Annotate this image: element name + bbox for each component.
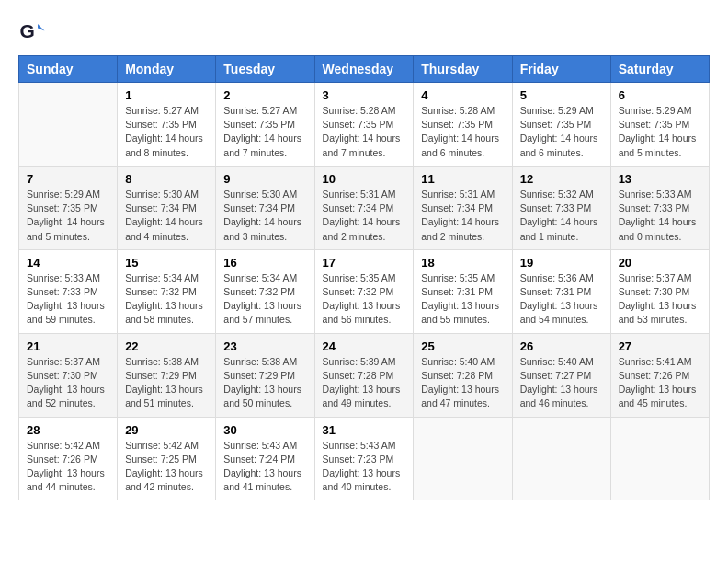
day-info: Sunrise: 5:30 AM Sunset: 7:34 PM Dayligh… <box>223 188 306 244</box>
day-number: 15 <box>125 256 208 270</box>
svg-text:G: G <box>20 20 35 41</box>
calendar-cell: 9Sunrise: 5:30 AM Sunset: 7:34 PM Daylig… <box>216 166 314 249</box>
calendar-cell: 31Sunrise: 5:43 AM Sunset: 7:23 PM Dayli… <box>314 417 414 500</box>
day-info: Sunrise: 5:34 AM Sunset: 7:32 PM Dayligh… <box>125 271 208 327</box>
weekday-header: Wednesday <box>314 56 414 83</box>
calendar-header-row: SundayMondayTuesdayWednesdayThursdayFrid… <box>19 56 710 83</box>
day-number: 1 <box>125 88 208 102</box>
calendar-cell: 4Sunrise: 5:28 AM Sunset: 7:35 PM Daylig… <box>414 83 512 167</box>
calendar-cell: 19Sunrise: 5:36 AM Sunset: 7:31 PM Dayli… <box>512 249 610 333</box>
calendar-cell: 20Sunrise: 5:37 AM Sunset: 7:30 PM Dayli… <box>610 249 709 333</box>
day-info: Sunrise: 5:40 AM Sunset: 7:27 PM Dayligh… <box>520 355 603 411</box>
calendar-cell: 10Sunrise: 5:31 AM Sunset: 7:34 PM Dayli… <box>314 166 414 249</box>
day-number: 30 <box>223 423 306 437</box>
calendar-week-row: 21Sunrise: 5:37 AM Sunset: 7:30 PM Dayli… <box>19 333 710 417</box>
weekday-header: Thursday <box>414 56 512 83</box>
day-info: Sunrise: 5:31 AM Sunset: 7:34 PM Dayligh… <box>323 188 406 244</box>
day-number: 4 <box>421 88 504 102</box>
day-number: 31 <box>323 423 406 437</box>
day-number: 24 <box>323 339 406 353</box>
day-info: Sunrise: 5:42 AM Sunset: 7:26 PM Dayligh… <box>27 439 109 495</box>
day-info: Sunrise: 5:41 AM Sunset: 7:26 PM Dayligh… <box>619 355 701 411</box>
calendar-cell: 11Sunrise: 5:31 AM Sunset: 7:34 PM Dayli… <box>414 166 512 249</box>
day-number: 17 <box>323 256 406 270</box>
day-number: 20 <box>619 256 701 270</box>
day-number: 28 <box>27 423 109 437</box>
calendar-cell: 1Sunrise: 5:27 AM Sunset: 7:35 PM Daylig… <box>118 83 216 167</box>
day-number: 29 <box>125 423 208 437</box>
day-number: 12 <box>520 172 603 186</box>
calendar-cell: 18Sunrise: 5:35 AM Sunset: 7:31 PM Dayli… <box>414 249 512 333</box>
day-info: Sunrise: 5:40 AM Sunset: 7:28 PM Dayligh… <box>421 355 504 411</box>
calendar-cell: 24Sunrise: 5:39 AM Sunset: 7:28 PM Dayli… <box>314 333 414 417</box>
day-number: 16 <box>223 256 306 270</box>
calendar-cell: 3Sunrise: 5:28 AM Sunset: 7:35 PM Daylig… <box>314 83 414 167</box>
day-info: Sunrise: 5:35 AM Sunset: 7:31 PM Dayligh… <box>421 271 504 327</box>
day-info: Sunrise: 5:29 AM Sunset: 7:35 PM Dayligh… <box>520 104 603 160</box>
day-info: Sunrise: 5:35 AM Sunset: 7:32 PM Dayligh… <box>323 271 406 327</box>
calendar-cell: 14Sunrise: 5:33 AM Sunset: 7:33 PM Dayli… <box>19 249 118 333</box>
calendar-cell: 12Sunrise: 5:32 AM Sunset: 7:33 PM Dayli… <box>512 166 610 249</box>
calendar-week-row: 28Sunrise: 5:42 AM Sunset: 7:26 PM Dayli… <box>19 417 710 500</box>
day-number: 5 <box>520 88 603 102</box>
day-info: Sunrise: 5:36 AM Sunset: 7:31 PM Dayligh… <box>520 271 603 327</box>
weekday-header: Sunday <box>19 56 118 83</box>
calendar-cell: 6Sunrise: 5:29 AM Sunset: 7:35 PM Daylig… <box>610 83 709 167</box>
day-info: Sunrise: 5:32 AM Sunset: 7:33 PM Dayligh… <box>520 188 603 244</box>
day-info: Sunrise: 5:28 AM Sunset: 7:35 PM Dayligh… <box>323 104 406 160</box>
calendar-cell: 29Sunrise: 5:42 AM Sunset: 7:25 PM Dayli… <box>118 417 216 500</box>
day-info: Sunrise: 5:30 AM Sunset: 7:34 PM Dayligh… <box>125 188 208 244</box>
day-number: 6 <box>619 88 701 102</box>
calendar-cell: 23Sunrise: 5:38 AM Sunset: 7:29 PM Dayli… <box>216 333 314 417</box>
calendar-cell: 7Sunrise: 5:29 AM Sunset: 7:35 PM Daylig… <box>19 166 118 249</box>
calendar-cell: 2Sunrise: 5:27 AM Sunset: 7:35 PM Daylig… <box>216 83 314 167</box>
day-number: 14 <box>27 256 109 270</box>
day-info: Sunrise: 5:38 AM Sunset: 7:29 PM Dayligh… <box>223 355 306 411</box>
calendar-week-row: 1Sunrise: 5:27 AM Sunset: 7:35 PM Daylig… <box>19 83 710 167</box>
calendar-cell: 8Sunrise: 5:30 AM Sunset: 7:34 PM Daylig… <box>118 166 216 249</box>
day-number: 26 <box>520 339 603 353</box>
calendar-cell <box>512 417 610 500</box>
calendar-cell: 22Sunrise: 5:38 AM Sunset: 7:29 PM Dayli… <box>118 333 216 417</box>
day-info: Sunrise: 5:37 AM Sunset: 7:30 PM Dayligh… <box>27 355 109 411</box>
calendar-cell <box>610 417 709 500</box>
calendar-cell: 21Sunrise: 5:37 AM Sunset: 7:30 PM Dayli… <box>19 333 118 417</box>
calendar-cell: 16Sunrise: 5:34 AM Sunset: 7:32 PM Dayli… <box>216 249 314 333</box>
calendar-cell: 30Sunrise: 5:43 AM Sunset: 7:24 PM Dayli… <box>216 417 314 500</box>
day-info: Sunrise: 5:33 AM Sunset: 7:33 PM Dayligh… <box>619 188 701 244</box>
day-number: 23 <box>223 339 306 353</box>
day-info: Sunrise: 5:29 AM Sunset: 7:35 PM Dayligh… <box>619 104 701 160</box>
day-number: 13 <box>619 172 701 186</box>
page-header: G <box>18 18 710 46</box>
day-info: Sunrise: 5:38 AM Sunset: 7:29 PM Dayligh… <box>125 355 208 411</box>
day-info: Sunrise: 5:27 AM Sunset: 7:35 PM Dayligh… <box>223 104 306 160</box>
calendar-cell <box>414 417 512 500</box>
day-info: Sunrise: 5:42 AM Sunset: 7:25 PM Dayligh… <box>125 439 208 495</box>
calendar-cell: 26Sunrise: 5:40 AM Sunset: 7:27 PM Dayli… <box>512 333 610 417</box>
day-number: 18 <box>421 256 504 270</box>
calendar-week-row: 7Sunrise: 5:29 AM Sunset: 7:35 PM Daylig… <box>19 166 710 249</box>
day-number: 11 <box>421 172 504 186</box>
day-number: 2 <box>223 88 306 102</box>
svg-marker-1 <box>38 24 45 31</box>
calendar-week-row: 14Sunrise: 5:33 AM Sunset: 7:33 PM Dayli… <box>19 249 710 333</box>
calendar-cell: 13Sunrise: 5:33 AM Sunset: 7:33 PM Dayli… <box>610 166 709 249</box>
weekday-header: Tuesday <box>216 56 314 83</box>
day-number: 19 <box>520 256 603 270</box>
day-number: 25 <box>421 339 504 353</box>
day-number: 21 <box>27 339 109 353</box>
calendar-cell: 25Sunrise: 5:40 AM Sunset: 7:28 PM Dayli… <box>414 333 512 417</box>
day-info: Sunrise: 5:28 AM Sunset: 7:35 PM Dayligh… <box>421 104 504 160</box>
day-number: 3 <box>323 88 406 102</box>
day-info: Sunrise: 5:43 AM Sunset: 7:24 PM Dayligh… <box>223 439 306 495</box>
day-number: 10 <box>323 172 406 186</box>
day-info: Sunrise: 5:37 AM Sunset: 7:30 PM Dayligh… <box>619 271 701 327</box>
day-info: Sunrise: 5:31 AM Sunset: 7:34 PM Dayligh… <box>421 188 504 244</box>
weekday-header: Monday <box>118 56 216 83</box>
day-number: 27 <box>619 339 701 353</box>
logo: G <box>18 18 50 46</box>
calendar-cell: 15Sunrise: 5:34 AM Sunset: 7:32 PM Dayli… <box>118 249 216 333</box>
calendar-cell: 28Sunrise: 5:42 AM Sunset: 7:26 PM Dayli… <box>19 417 118 500</box>
day-info: Sunrise: 5:29 AM Sunset: 7:35 PM Dayligh… <box>27 188 109 244</box>
weekday-header: Friday <box>512 56 610 83</box>
